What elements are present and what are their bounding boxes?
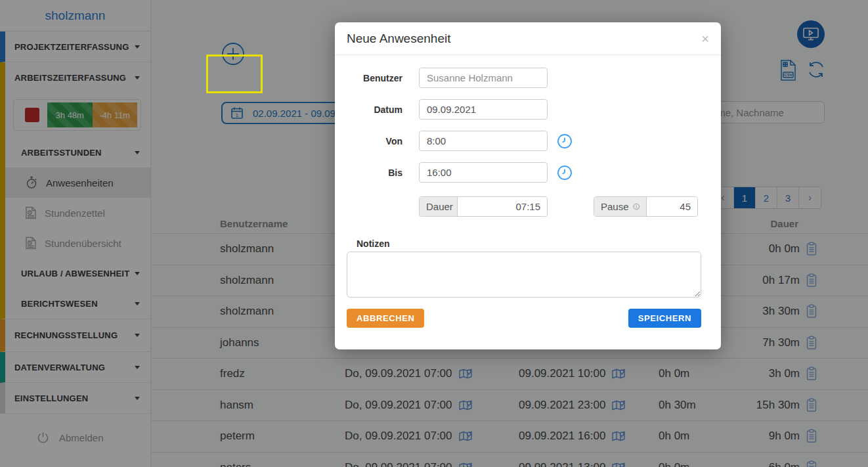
info-icon[interactable] (633, 201, 640, 212)
new-attendance-modal: Neue Anwesenheit × Benutzer Susanne Holz… (335, 22, 721, 349)
field-row-benutzer: Benutzer Susanne Holzmann (347, 68, 709, 88)
cancel-button[interactable]: ABBRECHEN (347, 309, 424, 328)
benutzer-label: Benutzer (347, 73, 402, 83)
dauer-group: Dauer 07:15 (419, 196, 548, 217)
notizen-label: Notizen (357, 238, 709, 249)
pause-group: Pause 45 (594, 196, 698, 217)
von-time-picker-button[interactable] (557, 133, 573, 149)
benutzer-field[interactable]: Susanne Holzmann (419, 68, 548, 88)
app-root: sholzmann PROJEKTZEITERFASSUNG ARBEITSZE… (0, 0, 868, 467)
notizen-textarea[interactable] (347, 252, 701, 298)
pause-label-text: Pause (601, 201, 629, 212)
close-icon[interactable]: × (701, 32, 709, 45)
clock-icon (557, 165, 573, 181)
duration-pause-row: Dauer 07:15 Pause 45 (347, 196, 709, 217)
modal-button-row: ABBRECHEN SPEICHERN (347, 309, 709, 328)
field-row-datum: Datum 09.09.2021 (347, 99, 709, 120)
clock-icon (557, 133, 573, 149)
datum-field[interactable]: 09.09.2021 (419, 99, 548, 120)
dauer-prefix-label: Dauer (420, 197, 458, 216)
pause-prefix-label: Pause (594, 197, 647, 216)
field-row-von: Von 8:00 (347, 131, 709, 151)
modal-header: Neue Anwesenheit × (335, 22, 721, 55)
field-row-bis: Bis 16:00 (347, 162, 709, 183)
modal-title: Neue Anwesenheit (347, 32, 450, 46)
pause-field[interactable]: 45 (647, 197, 697, 216)
dauer-field[interactable]: 07:15 (458, 197, 547, 216)
bis-label: Bis (347, 167, 402, 178)
bis-field[interactable]: 16:00 (419, 162, 548, 183)
datum-label: Datum (347, 104, 402, 115)
von-label: Von (347, 136, 402, 146)
save-button[interactable]: SPEICHERN (628, 309, 701, 328)
von-field[interactable]: 8:00 (419, 131, 548, 151)
bis-time-picker-button[interactable] (557, 165, 573, 181)
modal-body: Benutzer Susanne Holzmann Datum 09.09.20… (335, 55, 721, 328)
